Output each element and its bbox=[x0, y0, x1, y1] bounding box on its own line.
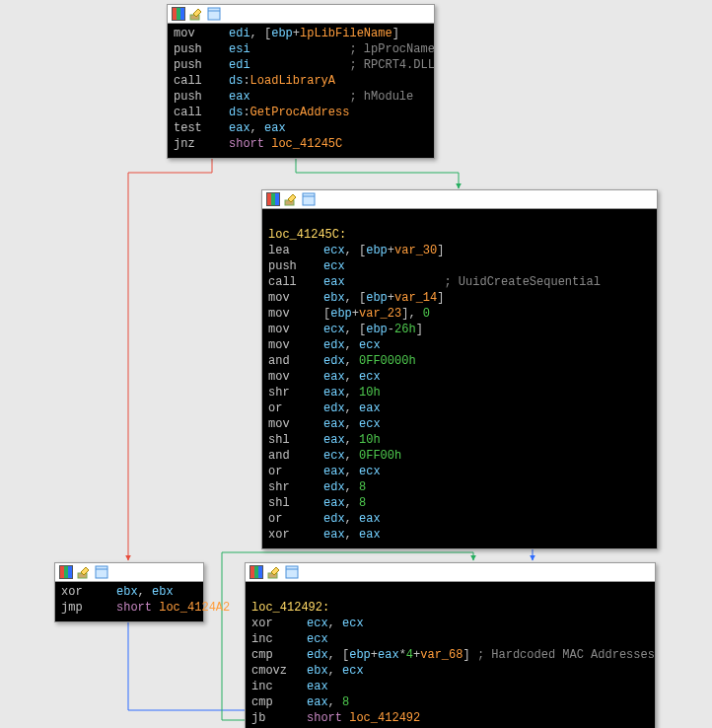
disasm-block-n3[interactable]: xorebx, ebx jmpshort loc_4124A2 bbox=[54, 562, 204, 622]
edit-icon bbox=[284, 192, 298, 206]
block-titlebar[interactable] bbox=[246, 563, 655, 582]
svg-rect-12 bbox=[303, 193, 315, 205]
block-titlebar[interactable] bbox=[262, 190, 657, 209]
svg-rect-26 bbox=[286, 566, 298, 578]
color-icon bbox=[59, 565, 73, 579]
color-icon bbox=[266, 192, 280, 206]
svg-rect-19 bbox=[96, 566, 107, 578]
svg-rect-0 bbox=[173, 8, 177, 20]
svg-rect-1 bbox=[177, 8, 180, 20]
edit-icon bbox=[189, 7, 203, 21]
svg-rect-15 bbox=[64, 566, 68, 578]
svg-rect-23 bbox=[258, 566, 262, 578]
window-icon bbox=[302, 192, 316, 206]
block-code: loc_41245C: leaecx, [ebp+var_30] pushecx… bbox=[262, 209, 657, 548]
window-icon bbox=[95, 565, 108, 579]
svg-rect-16 bbox=[68, 566, 72, 578]
svg-rect-22 bbox=[254, 566, 258, 578]
block-code: loc_412492: xorecx, ecx incecx cmpedx, [… bbox=[246, 582, 655, 728]
block-label: loc_412492: bbox=[251, 601, 329, 615]
svg-rect-8 bbox=[271, 193, 275, 205]
svg-rect-14 bbox=[60, 566, 64, 578]
color-icon bbox=[172, 7, 185, 21]
edit-icon bbox=[77, 565, 91, 579]
color-icon bbox=[249, 565, 263, 579]
svg-rect-21 bbox=[250, 566, 254, 578]
window-icon bbox=[285, 565, 299, 579]
disasm-block-n2[interactable]: loc_41245C: leaecx, [ebp+var_30] pushecx… bbox=[261, 189, 658, 549]
svg-rect-2 bbox=[180, 8, 184, 20]
edit-icon bbox=[267, 565, 281, 579]
svg-rect-7 bbox=[267, 193, 271, 205]
block-code: movedi, [ebp+lpLibFileName] pushesi ; lp… bbox=[168, 24, 434, 158]
block-titlebar[interactable] bbox=[168, 5, 434, 24]
disasm-block-n4[interactable]: loc_412492: xorecx, ecx incecx cmpedx, [… bbox=[245, 562, 656, 728]
svg-rect-5 bbox=[208, 8, 220, 20]
window-icon bbox=[207, 7, 221, 21]
block-code: xorebx, ebx jmpshort loc_4124A2 bbox=[55, 582, 203, 621]
block-label: loc_41245C: bbox=[268, 228, 346, 242]
block-titlebar[interactable] bbox=[55, 563, 203, 582]
disasm-block-n1[interactable]: movedi, [ebp+lpLibFileName] pushesi ; lp… bbox=[167, 4, 435, 159]
svg-rect-9 bbox=[275, 193, 279, 205]
